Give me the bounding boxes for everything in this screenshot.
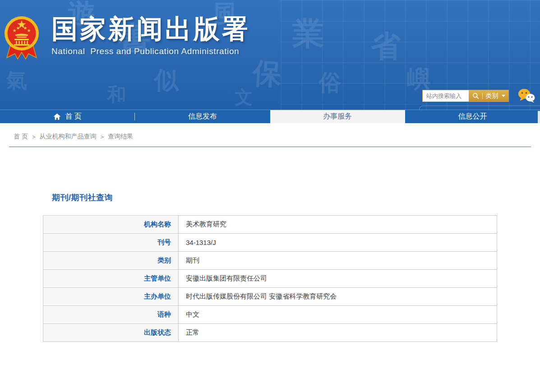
table-row: 主办单位 时代出版传媒股份有限公司 安徽省科学教育研究会 bbox=[43, 288, 497, 306]
watermark-glyph: 似 bbox=[154, 64, 179, 97]
nav-item-label: 办事服务 bbox=[323, 112, 352, 121]
row-label: 主管单位 bbox=[43, 270, 179, 288]
row-value: 正常 bbox=[179, 324, 497, 342]
wechat-icon[interactable] bbox=[517, 88, 535, 103]
site-title-block: 国家新闻出版署 National Press and Publication A… bbox=[51, 15, 250, 56]
table-row: 语种 中文 bbox=[43, 306, 497, 324]
breadcrumb: 首 页 > 从业机构和产品查询 > 查询结果 bbox=[0, 123, 540, 141]
nav-divider bbox=[134, 113, 135, 120]
row-value: 安徽出版集团有限责任公司 bbox=[179, 270, 497, 288]
watermark-glyph: 氣 bbox=[6, 67, 27, 95]
row-value: 34-1313/J bbox=[179, 234, 497, 252]
chevron-down-icon bbox=[502, 95, 505, 99]
row-value: 期刊 bbox=[179, 252, 497, 270]
nav-item-services[interactable]: 办事服务 bbox=[270, 110, 405, 123]
row-label: 出版状态 bbox=[43, 324, 179, 342]
row-label: 类别 bbox=[43, 252, 179, 270]
table-row: 出版状态 正常 bbox=[43, 324, 497, 342]
site-subtitle: National Press and Publication Administr… bbox=[51, 46, 250, 56]
section-title: 期刊/期刊社查询 bbox=[52, 192, 540, 203]
search-icon bbox=[472, 92, 479, 99]
table-row: 机构名称 美术教育研究 bbox=[43, 216, 497, 234]
breadcrumb-home[interactable]: 首 页 bbox=[14, 133, 28, 141]
search-input[interactable] bbox=[423, 90, 469, 101]
nav-item-info-release[interactable]: 信息发布 bbox=[135, 110, 270, 123]
national-emblem-logo bbox=[4, 14, 40, 64]
table-row: 主管单位 安徽出版集团有限责任公司 bbox=[43, 270, 497, 288]
row-value: 美术教育研究 bbox=[179, 216, 497, 234]
watermark-glyph: 保 bbox=[252, 53, 282, 94]
row-value: 时代出版传媒股份有限公司 安徽省科学教育研究会 bbox=[179, 288, 497, 306]
row-label: 主办单位 bbox=[43, 288, 179, 306]
table-row: 刊号 34-1313/J bbox=[43, 234, 497, 252]
search-button[interactable]: 类别 bbox=[469, 90, 508, 101]
site-header: 氣 遊 書 似 風 保 業 俗 省 嶼 和 文 bbox=[0, 0, 540, 110]
site-title: 国家新闻出版署 bbox=[51, 15, 250, 43]
nav-item-home[interactable]: 首 页 bbox=[0, 110, 135, 123]
watermark-glyph: 文 bbox=[235, 85, 253, 110]
row-label: 语种 bbox=[43, 306, 179, 324]
site-search: 类别 bbox=[422, 90, 509, 102]
breadcrumb-result: 查询结果 bbox=[108, 133, 133, 141]
nav-edge-fragment bbox=[538, 111, 540, 123]
breadcrumb-separator: > bbox=[100, 134, 104, 140]
main-nav: 首 页 信息发布 办事服务 信息公开 bbox=[0, 110, 540, 123]
home-icon bbox=[53, 113, 61, 120]
nav-item-label: 首 页 bbox=[65, 112, 81, 121]
breadcrumb-rule bbox=[9, 147, 531, 147]
main-content: 期刊/期刊社查询 机构名称 美术教育研究 刊号 34-1313/J 类别 期刊 … bbox=[0, 192, 540, 342]
result-table: 机构名称 美术教育研究 刊号 34-1313/J 类别 期刊 主管单位 安徽出版… bbox=[43, 215, 497, 342]
row-value: 中文 bbox=[179, 306, 497, 324]
watermark-glyph: 和 bbox=[107, 82, 126, 107]
breadcrumb-separator: > bbox=[32, 134, 36, 140]
header-panel-outline bbox=[419, 106, 540, 110]
row-label: 机构名称 bbox=[43, 216, 179, 234]
nav-item-label: 信息发布 bbox=[188, 112, 217, 121]
page: 氣 遊 書 似 風 保 業 俗 省 嶼 和 文 bbox=[0, 0, 540, 392]
nav-item-info-disclosure[interactable]: 信息公开 bbox=[405, 110, 540, 123]
search-divider bbox=[482, 93, 483, 99]
breadcrumb-query[interactable]: 从业机构和产品查询 bbox=[39, 133, 96, 141]
category-dropdown[interactable]: 类别 bbox=[486, 92, 498, 100]
table-row: 类别 期刊 bbox=[43, 252, 497, 270]
row-label: 刊号 bbox=[43, 234, 179, 252]
nav-item-label: 信息公开 bbox=[458, 112, 487, 121]
